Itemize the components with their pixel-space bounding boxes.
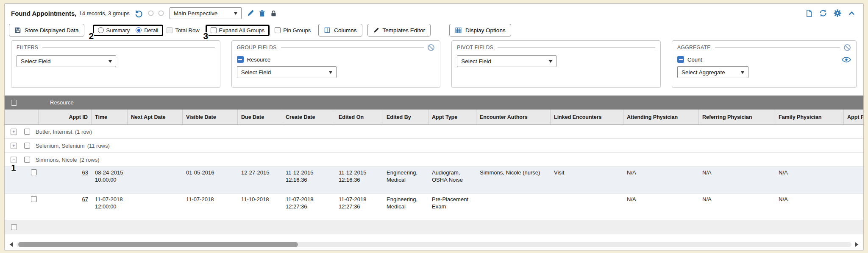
cell-appt-id: 67 [39,194,92,220]
filters-field-select[interactable]: Select Field [17,55,116,67]
summary-radio[interactable] [98,27,104,33]
edit-perspective-pencil-icon[interactable] [247,9,254,17]
collapse-group-icon[interactable]: − [11,157,17,163]
group-field-select-value: Select Field [241,69,271,76]
cell-referring-physician: N/A [699,167,775,193]
filters-panel: FILTERS Select Field [11,40,220,88]
table-row: 67 11-07-2018 12:00:00 11-07-2018 11-10-… [5,194,864,220]
columns-button[interactable]: Columns [318,24,362,37]
history-disabled-icon[interactable] [158,10,164,17]
expand-group-icon[interactable]: + [11,129,17,135]
group-field-select[interactable]: Select Field [237,66,337,78]
filters-field-select-value: Select Field [21,58,51,65]
group-fields-panel: GROUP FIELDS Resource Select Field [231,40,441,88]
column-header-edited-on[interactable]: Edited On [335,110,383,124]
expand-all-groups-checkbox[interactable] [211,27,217,33]
appt-id-link[interactable]: 63 [82,169,88,176]
group-fields-panel-rule [281,48,424,48]
column-header-next-apt-date[interactable]: Next Apt Date [128,110,183,124]
appt-id-link[interactable]: 67 [82,196,88,202]
column-header-family-physician[interactable]: Family Physician [775,110,844,124]
column-header-appt-id[interactable]: Appt ID [39,110,92,124]
pivot-fields-panel-header: PIVOT FIELDS [457,44,655,51]
column-header-linked-encounters[interactable]: Linked Encounters [551,110,623,124]
store-displayed-data-button[interactable]: Store Displayed Data [9,24,84,37]
cell-attending-physician: N/A [623,194,699,220]
aggregate-panel-header: AGGREGATE [677,44,851,51]
group-row-simmons: − Simmons, Nicole (2 rows) 1 [5,153,864,167]
aggregate-visibility-eye-icon[interactable] [842,56,851,63]
refresh-icon[interactable] [819,9,827,17]
column-header-row: Appt ID Time Next Apt Date Visible Date … [5,110,864,125]
scroll-left-icon[interactable] [10,242,13,247]
page-title: Found Appointments, [11,10,76,17]
column-header-due-date[interactable]: Due Date [238,110,282,124]
remove-aggregate-field-icon[interactable] [677,56,684,63]
scrollbar-track[interactable] [17,242,851,247]
cell-create-date: 11-12-2015 12:16:36 [282,167,335,193]
scroll-right-icon[interactable] [855,242,858,247]
export-document-icon[interactable] [805,9,813,17]
column-header-appt-re[interactable]: Appt Re [844,110,864,124]
perspective-select[interactable]: Main Perspective [170,7,242,19]
collapse-chevron-up-icon[interactable] [848,9,856,17]
group-checkbox[interactable] [24,157,30,163]
undo-icon[interactable] [135,9,143,17]
remove-group-field-icon[interactable] [237,56,244,63]
aggregate-select-value: Select Aggregate [682,69,725,76]
cell-create-date: 11-07-2018 12:27:36 [282,194,335,220]
cell-time: 11-07-2018 12:00:00 [92,194,128,220]
display-options-button[interactable]: Display Options [449,24,511,37]
aggregate-panel-rule [715,48,840,48]
column-header-time[interactable]: Time [92,110,128,124]
row-checkbox[interactable] [31,196,37,202]
group-fields-clear-icon[interactable] [427,44,435,51]
column-header-referring-physician[interactable]: Referring Physician [699,110,775,124]
templates-editor-button[interactable]: Templates Editor [367,24,431,37]
detail-radio[interactable] [136,27,142,33]
aggregate-clear-icon[interactable] [843,44,851,51]
column-header-visible-date[interactable]: Visible Date [183,110,238,124]
pin-groups-checkbox[interactable] [275,27,281,33]
total-row-checkbox[interactable] [167,27,172,33]
row-checkbox[interactable] [31,169,37,175]
expand-group-icon[interactable]: + [11,143,17,149]
cell-edited-by: Engineering, Medical [383,167,428,193]
cell-edited-by: Engineering, Medical [383,194,428,220]
templates-editor-label: Templates Editor [383,27,426,34]
column-header-edited-by[interactable]: Edited By [383,110,428,124]
horizontal-scrollbar [10,240,858,249]
detail-radio-label: Detail [144,27,158,34]
display-options-grid-icon [455,27,462,34]
pin-groups-control: Pin Groups [275,27,311,34]
appointments-table: Resource Appt ID Time Next Apt Date Visi… [5,96,864,234]
cell-encounter-authors [476,194,551,220]
cell-referring-physician: N/A [699,194,775,220]
aggregate-select[interactable]: Select Aggregate [677,66,748,78]
lock-icon[interactable] [270,10,277,17]
delete-perspective-trash-icon[interactable] [259,10,266,17]
cell-visible-date: 01-05-2016 [183,167,238,193]
title-row: Found Appointments, 14 records, 3 groups… [5,4,863,22]
group-fields-panel-header: GROUP FIELDS [237,44,435,51]
scrollbar-thumb[interactable] [18,242,298,247]
table-footer-row [5,220,864,234]
aggregate-chip-label: Count [687,56,702,63]
total-row-control: Total Row [167,27,199,34]
group-row-count: (2 rows) [80,157,100,163]
column-header-encounter-authors[interactable]: Encounter Authors [476,110,551,124]
footer-checkbox[interactable] [11,224,17,230]
settings-gear-icon[interactable] [833,9,842,17]
column-header-appt-type[interactable]: Appt Type [428,110,476,124]
columns-button-label: Columns [334,27,356,34]
column-header-attending-physician[interactable]: Attending Physician [623,110,699,124]
pivot-field-select[interactable]: Select Field [457,55,556,67]
filters-panel-rule [42,48,214,48]
filters-panel-title: FILTERS [17,45,38,51]
redo-disabled-icon[interactable] [147,10,154,17]
group-checkbox[interactable] [24,129,30,135]
total-row-label: Total Row [175,27,199,34]
group-checkbox[interactable] [24,143,30,149]
select-all-checkbox[interactable] [11,100,17,106]
column-header-create-date[interactable]: Create Date [282,110,335,124]
